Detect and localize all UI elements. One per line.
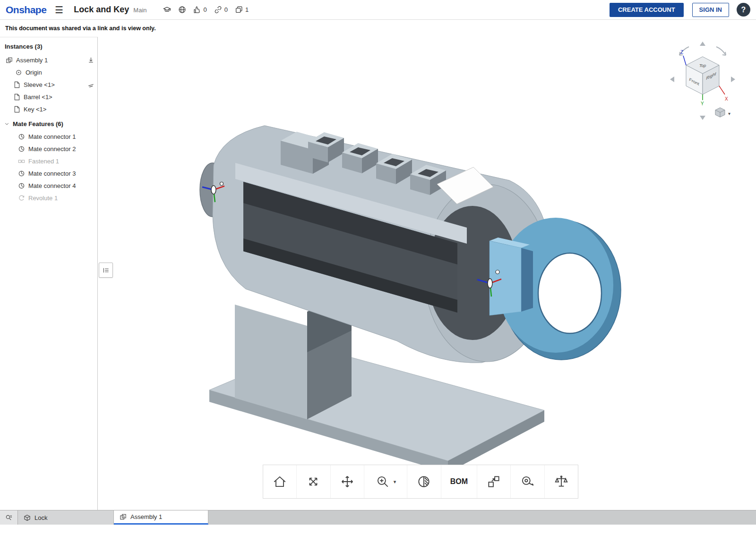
viewport-canvas[interactable]: Top Front Right Z X Y ▾ (98, 37, 756, 510)
tree-item-barrel[interactable]: Barrel <1> (0, 91, 97, 103)
structure-list-icon (103, 267, 110, 274)
section-view-button[interactable] (407, 465, 440, 498)
chevron-down-icon (4, 121, 10, 127)
tab-search-button[interactable] (0, 510, 18, 525)
tab-bar-filler (208, 510, 756, 525)
link-icon (214, 6, 222, 14)
likes-counter[interactable]: 0 (193, 6, 207, 14)
tree-item-origin[interactable]: Origin (0, 66, 97, 78)
tree-item-label: Revolute 1 (28, 195, 58, 202)
anchor-icon[interactable] (87, 57, 94, 64)
tab-lock[interactable]: Lock (18, 510, 114, 525)
part-studio-icon (24, 514, 31, 521)
tree-item-label: Origin (26, 69, 42, 76)
tab-label: Lock (34, 514, 47, 521)
viewcube-arrow-right[interactable] (731, 76, 735, 82)
document-title-text: Lock and Key (74, 5, 129, 14)
mass-properties-button[interactable] (544, 465, 578, 498)
public-document-icon[interactable] (178, 6, 186, 14)
home-icon (272, 474, 287, 489)
tree-item-label: Key <1> (24, 106, 46, 113)
tab-label: Assembly 1 (130, 513, 162, 520)
part-icon (13, 106, 20, 113)
tree-item-label: Barrel <1> (24, 93, 52, 101)
tree-item-assembly-1[interactable]: Assembly 1 (0, 54, 97, 66)
tree-item-key[interactable]: Key <1> (0, 103, 97, 115)
tree-item-label: Mate connector 3 (28, 170, 76, 177)
rotate-icon (306, 474, 321, 489)
onshape-logo[interactable]: Onshape (6, 4, 46, 16)
tab-bar: Lock Assembly 1 (0, 510, 756, 525)
axis-z-line (683, 56, 686, 65)
onshape-app: Onshape ☰ Lock and KeyMain 0 0 1 CREATE … (0, 0, 756, 535)
sign-in-button[interactable]: SIGN IN (692, 3, 729, 17)
assembly-icon (120, 513, 127, 520)
viewcube-arrow-up[interactable] (700, 42, 705, 46)
measure-button[interactable] (510, 465, 544, 498)
create-account-button[interactable]: CREATE ACCOUNT (610, 3, 684, 17)
revolute-mate-icon (18, 195, 25, 202)
copies-counter[interactable]: 1 (235, 6, 249, 14)
tree-item-mate-connector-1[interactable]: Mate connector 1 (0, 130, 97, 143)
exploded-view-button[interactable] (477, 465, 510, 498)
mate-connector-icon (18, 145, 25, 153)
axis-z-label: Z (680, 50, 683, 55)
zoom-button[interactable]: ▾ (364, 465, 407, 498)
links-counter[interactable]: 0 (214, 6, 228, 14)
zoom-icon (375, 474, 390, 489)
chevron-down-icon: ▾ (728, 111, 730, 116)
exploded-view-icon (486, 474, 501, 489)
mate-connector-icon (18, 133, 25, 140)
links-count: 0 (224, 6, 228, 13)
tree-item-mate-connector-3[interactable]: Mate connector 3 (0, 167, 97, 179)
view-orientation-dropdown[interactable]: ▾ (715, 108, 730, 117)
thumbs-up-icon (193, 6, 201, 14)
assembly-icon (6, 57, 13, 64)
mate-connector-icon (18, 170, 25, 177)
origin-icon (15, 69, 22, 76)
rotate-view-button[interactable] (296, 465, 330, 498)
viewcube-arrow-down[interactable] (700, 116, 705, 120)
viewcube-rotate-cw-icon[interactable] (716, 47, 726, 55)
view-home-button[interactable] (263, 465, 296, 498)
section-view-icon (416, 474, 431, 489)
pan-view-button[interactable] (330, 465, 364, 498)
top-bar: Onshape ☰ Lock and KeyMain 0 0 1 CREATE … (0, 0, 756, 20)
document-action-icons: 0 0 1 (163, 6, 249, 14)
tree-item-revolute-1[interactable]: Revolute 1 (0, 192, 97, 204)
copies-count: 1 (245, 6, 249, 13)
instances-flyout-button[interactable] (99, 263, 113, 278)
axis-x-label: X (725, 96, 728, 102)
tree-item-label: Fastened 1 (28, 158, 59, 165)
help-icon[interactable]: ? (737, 3, 750, 17)
tree-item-label: Assembly 1 (16, 57, 48, 64)
bom-button[interactable]: BOM (441, 465, 477, 498)
document-title: Lock and KeyMain (74, 5, 146, 15)
chevron-down-icon[interactable]: ▾ (394, 479, 396, 485)
tab-assembly-1[interactable]: Assembly 1 (114, 510, 208, 525)
part-icon (13, 81, 20, 88)
axis-x-line (719, 86, 725, 94)
instances-panel: Instances (3) Assembly 1 Origin Sleeve <… (0, 37, 98, 510)
bottom-spacer (0, 525, 756, 535)
view-only-notice: This document was shared via a link and … (0, 20, 756, 37)
mate-features-header[interactable]: Mate Features (6) (0, 117, 97, 130)
account-actions: CREATE ACCOUNT SIGN IN ? (610, 3, 750, 17)
learning-center-icon[interactable] (163, 6, 171, 14)
tree-item-label: Mate connector 1 (28, 133, 76, 140)
balance-scale-icon (554, 474, 569, 489)
view-cube[interactable]: Top Front Right Z X Y ▾ (667, 41, 738, 121)
workspace-name: Main (133, 7, 146, 14)
bom-label: BOM (450, 477, 468, 486)
viewcube-arrow-left[interactable] (670, 76, 674, 82)
tree-item-mate-connector-4[interactable]: Mate connector 4 (0, 179, 97, 192)
tree-item-mate-connector-2[interactable]: Mate connector 2 (0, 143, 97, 155)
tree-item-label: Mate connector 2 (28, 145, 76, 153)
fixed-icon[interactable] (87, 81, 94, 88)
lock-and-key-model (98, 37, 756, 510)
part-icon (13, 93, 20, 101)
tree-item-fastened-1[interactable]: Fastened 1 (0, 155, 97, 167)
tree-item-sleeve[interactable]: Sleeve <1> (0, 78, 97, 91)
tree-item-label: Sleeve <1> (24, 81, 55, 88)
main-menu-icon[interactable]: ☰ (55, 4, 63, 16)
